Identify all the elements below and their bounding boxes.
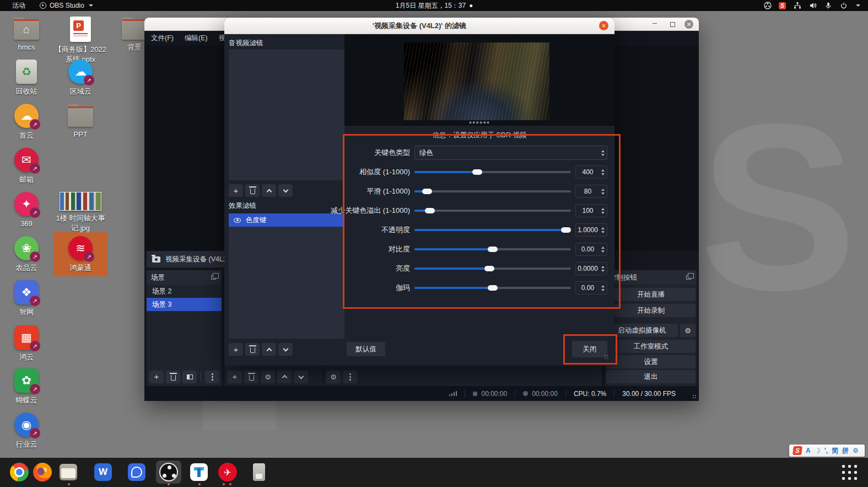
obs-tray-icon[interactable] bbox=[763, 2, 772, 10]
ime-moon-icon[interactable]: ☽ bbox=[815, 447, 821, 454]
chevron-down-icon[interactable] bbox=[856, 4, 860, 7]
app-shortcut-icon: ≋↗ bbox=[68, 236, 93, 260]
record-time: 00:00:00 bbox=[515, 390, 565, 398]
system-tray[interactable]: S bbox=[763, 2, 860, 10]
desktop-icon[interactable]: ❖↗智网 bbox=[0, 280, 53, 317]
usb-drive-icon bbox=[253, 463, 265, 481]
source-move-up-button[interactable] bbox=[277, 371, 292, 383]
image-thumbnail bbox=[60, 192, 101, 211]
desktop-icon[interactable]: ☁↗首云 bbox=[0, 104, 53, 141]
desktop-icon-label: 蝴蝶云 bbox=[16, 395, 37, 405]
focused-app-menu[interactable]: OBS Studio bbox=[40, 2, 93, 9]
scene-list-item[interactable]: 场景 3 bbox=[147, 298, 222, 311]
dock-item-firefox[interactable] bbox=[33, 463, 52, 481]
settings-button[interactable]: 设置 bbox=[606, 355, 696, 368]
desktop-icon[interactable]: ☁↗区域云 bbox=[53, 60, 107, 97]
minimize-button[interactable]: – bbox=[650, 18, 659, 27]
dialog-close-icon[interactable]: × bbox=[599, 21, 608, 30]
filter-move-down-button[interactable] bbox=[278, 343, 293, 356]
dock-item-teambition[interactable] bbox=[190, 463, 209, 481]
filter-preview-image bbox=[404, 42, 549, 120]
float-panel-icon[interactable] bbox=[686, 275, 691, 280]
menu-item[interactable]: 编辑(E) bbox=[185, 34, 208, 43]
mixer-more-button[interactable] bbox=[343, 371, 357, 383]
dock-item-blue-app[interactable] bbox=[128, 463, 147, 481]
app-shortcut-icon: ✉↗ bbox=[14, 148, 39, 172]
dock-item-files[interactable] bbox=[60, 463, 78, 481]
ime-punct-icon[interactable]: ’, bbox=[824, 447, 828, 454]
dock-item-usb-drive[interactable] bbox=[250, 463, 268, 481]
shortcut-arrow-badge: ↗ bbox=[30, 207, 40, 218]
ime-settings-gear-icon[interactable]: ⚙ bbox=[853, 447, 859, 454]
show-applications-button[interactable] bbox=[842, 465, 858, 480]
maximize-button[interactable] bbox=[668, 20, 677, 29]
filter-move-down-button[interactable] bbox=[278, 184, 293, 197]
source-label: 视频采集设备 (V4L2) bbox=[165, 255, 229, 264]
power-icon[interactable] bbox=[839, 2, 848, 10]
shortcut-arrow-badge: ↗ bbox=[30, 119, 40, 130]
desktop-icon-label: 邮箱 bbox=[19, 175, 34, 185]
desktop-icon[interactable]: ⌂hmcs bbox=[0, 17, 53, 52]
advanced-audio-button[interactable]: ⚙ bbox=[326, 371, 341, 383]
desktop-icon[interactable]: ♻回收站 bbox=[0, 60, 53, 97]
dock-item-red-bird-app[interactable]: ✈ bbox=[218, 463, 237, 481]
desktop-icon[interactable]: ✿↗蝴蝶云 bbox=[0, 368, 53, 405]
desktop-icon[interactable]: ✦↗369 bbox=[0, 192, 53, 229]
studio-mode-button[interactable]: 工作室模式 bbox=[606, 340, 696, 353]
exit-button[interactable]: 退出 bbox=[606, 370, 696, 383]
desktop-icon[interactable]: PPT bbox=[53, 104, 107, 140]
ime-pin[interactable]: 拼 bbox=[842, 446, 849, 456]
source-properties-button[interactable]: ⚙ bbox=[261, 371, 275, 383]
focused-app-name: OBS Studio bbox=[50, 2, 84, 9]
desktop-icon[interactable]: ▦↗鸿云 bbox=[0, 325, 53, 362]
dock-item-obs-studio[interactable] bbox=[159, 463, 178, 481]
remove-scene-button[interactable] bbox=[166, 371, 180, 383]
window-close-button[interactable]: ✕ bbox=[684, 20, 693, 29]
activities-button[interactable]: 活动 bbox=[12, 1, 25, 10]
dock-item-wps[interactable]: W bbox=[94, 463, 113, 481]
scene-list-item[interactable]: 场景 2 bbox=[147, 285, 222, 298]
shortcut-arrow-badge: ↗ bbox=[30, 251, 40, 262]
virtual-camera-config-gear-icon[interactable]: ⚙ bbox=[680, 324, 696, 337]
dialog-titlebar[interactable]: '视频采集设备 (V4L2)' 的滤镜 × bbox=[224, 18, 614, 34]
app-shortcut-icon: ▦↗ bbox=[14, 325, 39, 350]
scene-filters-button[interactable] bbox=[182, 371, 197, 383]
annotation-highlight-close-button bbox=[563, 334, 617, 365]
dock-item-chrome[interactable] bbox=[10, 463, 29, 481]
source-move-down-button[interactable] bbox=[294, 371, 308, 383]
sogou-logo-icon[interactable]: S bbox=[792, 446, 802, 455]
desktop-icon[interactable]: 1楼 时间轴大事记.jpg bbox=[53, 192, 107, 233]
float-panel-icon[interactable] bbox=[211, 275, 216, 280]
desktop-icon[interactable]: ≋↗鸿蒙通 bbox=[53, 232, 107, 276]
running-indicator-dot bbox=[168, 483, 170, 485]
ime-jian[interactable]: 简 bbox=[832, 446, 838, 456]
filter-move-up-button[interactable] bbox=[262, 343, 276, 356]
scene-more-button[interactable] bbox=[205, 371, 219, 383]
visibility-eye-icon[interactable] bbox=[234, 218, 241, 223]
remove-source-button[interactable] bbox=[244, 371, 258, 383]
clock[interactable]: 1月5日 星期五，15：37 bbox=[396, 1, 472, 10]
add-filter-button[interactable]: + bbox=[229, 184, 243, 197]
microphone-icon[interactable] bbox=[824, 2, 832, 10]
window-resize-grip[interactable] bbox=[693, 395, 697, 399]
audio-video-filters-list[interactable] bbox=[229, 50, 344, 180]
sogou-input-icon[interactable]: S bbox=[779, 2, 786, 9]
ime-toolbar[interactable]: S A ☽ ’, 简 拼 ⚙ bbox=[789, 445, 865, 457]
desktop-icon[interactable]: ✉↗邮箱 bbox=[0, 148, 53, 185]
ime-letter-mode[interactable]: A bbox=[806, 447, 811, 454]
desktop-icon[interactable]: ◉↗行业云 bbox=[0, 413, 53, 449]
remove-filter-button[interactable] bbox=[245, 343, 260, 356]
app-glyph: ✿ bbox=[21, 374, 31, 387]
preview-drag-handle[interactable]: ●●●●●● bbox=[469, 120, 490, 125]
remove-filter-button[interactable] bbox=[245, 184, 260, 197]
volume-icon[interactable] bbox=[808, 2, 817, 10]
menu-item[interactable]: 文件(F) bbox=[151, 34, 174, 43]
add-source-button[interactable]: + bbox=[228, 371, 242, 383]
add-scene-button[interactable]: + bbox=[149, 371, 164, 383]
defaults-button[interactable]: 默认值 bbox=[347, 342, 385, 356]
desktop-icon[interactable]: ❀↗农品云 bbox=[0, 236, 53, 273]
filter-move-up-button[interactable] bbox=[262, 184, 276, 197]
desktop-icon[interactable]: P【商务版】2022 系统.pptx bbox=[53, 17, 107, 64]
add-filter-button[interactable]: + bbox=[229, 343, 243, 356]
network-icon[interactable] bbox=[793, 2, 801, 10]
